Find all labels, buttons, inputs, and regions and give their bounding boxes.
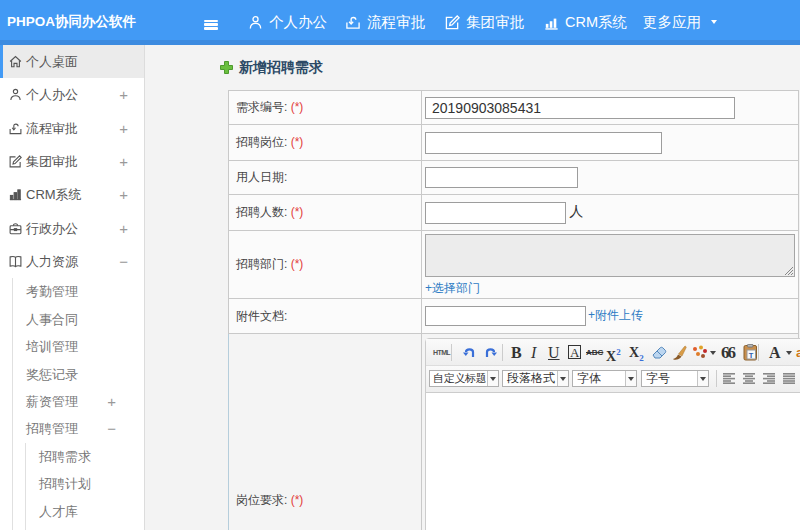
svg-text:T: T: [749, 351, 754, 360]
